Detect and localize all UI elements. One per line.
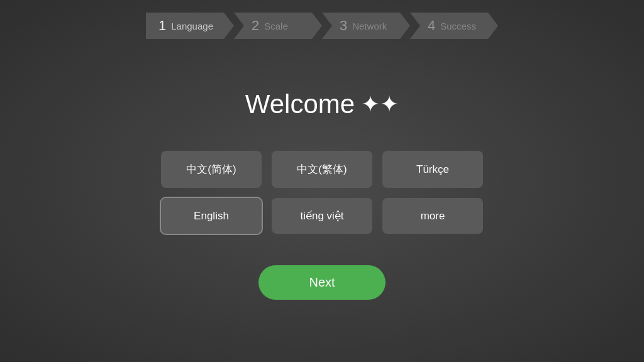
welcome-text: Welcome [245,89,355,119]
lang-btn-more[interactable]: more [382,198,483,234]
lang-btn-zh-hans[interactable]: 中文(简体) [161,151,262,188]
welcome-section: Welcome ✦✦ [245,89,399,119]
step-language-number: 1 [158,18,166,34]
step-success-number: 4 [428,18,435,34]
next-button[interactable]: Next [258,265,385,300]
step-network-number: 3 [340,18,347,34]
stepper: 1 Language 2 Scale 3 Network 4 Success [146,13,498,39]
step-scale-label: Scale [264,21,288,31]
lang-btn-tr[interactable]: Türkçe [382,151,483,188]
step-language[interactable]: 1 Language [146,13,234,39]
step-success[interactable]: 4 Success [410,13,498,39]
step-success-label: Success [440,21,476,31]
welcome-title: Welcome ✦✦ [245,89,399,119]
step-scale-number: 2 [252,18,259,34]
lang-btn-zh-hant[interactable]: 中文(繁体) [272,151,372,188]
step-scale[interactable]: 2 Scale [234,13,322,39]
language-grid: 中文(简体) 中文(繁体) Türkçe English tiếng việt … [161,151,483,234]
step-network[interactable]: 3 Network [322,13,410,39]
sparkle-icon: ✦✦ [361,91,399,118]
step-network-label: Network [352,21,387,31]
step-language-label: Language [171,21,213,31]
lang-btn-en[interactable]: English [161,198,262,234]
lang-btn-vi[interactable]: tiếng việt [272,198,372,234]
